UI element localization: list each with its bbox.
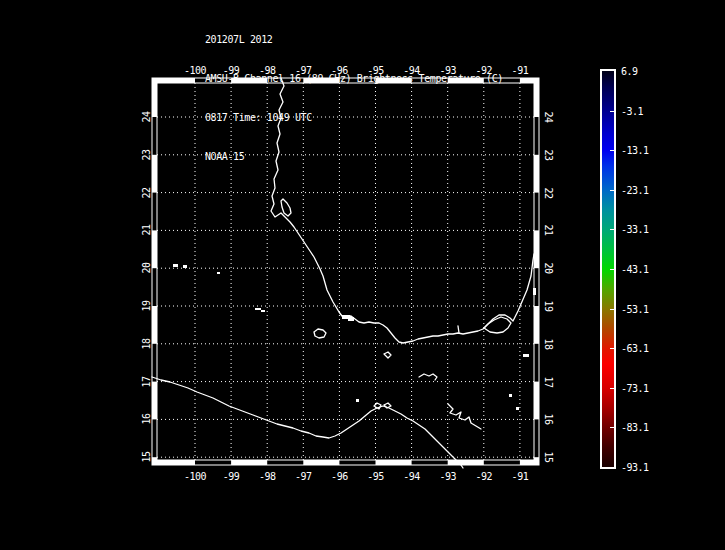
colorbar-label: -23.1: [621, 184, 649, 195]
colorbar-tick: [610, 427, 614, 428]
coastline: [271, 78, 534, 343]
lon-label-bottom: -94: [403, 471, 420, 482]
frame-segment-left: [152, 382, 157, 420]
lake-spot: [509, 394, 512, 397]
lon-label-top: -94: [403, 65, 420, 76]
colorbar-label: -93.1: [621, 462, 649, 473]
frame-segment-bottom: [303, 460, 339, 465]
lon-label-top: -98: [259, 65, 276, 76]
frame-segment-top: [448, 78, 484, 83]
lake-spot: [255, 308, 261, 310]
lon-label-top: -99: [223, 65, 240, 76]
colorbar-tick: [610, 309, 614, 310]
frame-segment-right: [534, 382, 539, 420]
coastline: [419, 374, 437, 380]
colorbar-label: -33.1: [621, 224, 649, 235]
colorbar-tick: [610, 111, 614, 112]
lake-spot: [173, 264, 178, 267]
coastline: [281, 199, 291, 216]
lake-spot: [261, 310, 265, 312]
frame-segment-bottom: [152, 460, 195, 465]
lon-label-bottom: -95: [367, 471, 384, 482]
frame-segment-bottom: [231, 460, 267, 465]
lat-label-left: 16: [141, 414, 152, 425]
lat-label-right: 24: [543, 111, 554, 122]
lon-label-bottom: -97: [295, 471, 312, 482]
frame-segment-right: [534, 306, 539, 344]
lat-label-left: 20: [141, 263, 152, 274]
colorbar-tick: [610, 229, 614, 230]
colorbar-label: -63.1: [621, 343, 649, 354]
coastline: [314, 329, 326, 338]
lake-spot: [523, 354, 529, 357]
colorbar-tick: [610, 388, 614, 389]
colorbar-tick: [610, 190, 614, 191]
frame-segment-top: [376, 78, 412, 83]
lon-label-top: -100: [184, 65, 206, 76]
lon-label-top: -97: [295, 65, 312, 76]
lake-spot: [356, 399, 359, 402]
colorbar-tick: [610, 269, 614, 270]
map-frame-outer: [152, 78, 539, 465]
lat-label-right: 22: [543, 187, 554, 198]
lon-label-top: -93: [439, 65, 456, 76]
lat-label-left: 17: [141, 376, 152, 387]
coastline: [484, 317, 511, 333]
colorbar-label: -73.1: [621, 382, 649, 393]
map-plot: [0, 0, 725, 550]
lake-spot: [348, 317, 354, 321]
frame-segment-left: [152, 457, 157, 465]
frame-segment-left: [152, 78, 157, 117]
lat-label-left: 21: [141, 225, 152, 236]
colorbar-label: -43.1: [621, 264, 649, 275]
coastline: [384, 352, 391, 358]
lon-label-bottom: -98: [259, 471, 276, 482]
lon-label-top: -96: [331, 65, 348, 76]
lat-label-right: 19: [543, 300, 554, 311]
map-frame-inner: [157, 83, 534, 460]
colorbar-label: -53.1: [621, 303, 649, 314]
frame-segment-left: [152, 230, 157, 268]
frame-segment-right: [534, 457, 539, 465]
lake-spot: [183, 265, 187, 268]
frame-segment-right: [534, 230, 539, 268]
lake-spot: [217, 272, 220, 274]
lon-label-top: -91: [512, 65, 529, 76]
lon-label-bottom: -93: [439, 471, 456, 482]
colorbar-label: 6.9: [621, 66, 638, 77]
lon-label-top: -95: [367, 65, 384, 76]
lat-label-right: 18: [543, 338, 554, 349]
lat-label-left: 19: [141, 300, 152, 311]
coastline: [458, 326, 459, 333]
lat-label-left: 23: [141, 149, 152, 160]
lon-label-bottom: -96: [331, 471, 348, 482]
coastline: [448, 404, 481, 429]
lat-label-right: 17: [543, 376, 554, 387]
lake-spot: [516, 407, 519, 410]
lake-spot: [533, 288, 536, 295]
lat-label-right: 15: [543, 452, 554, 463]
lat-label-right: 21: [543, 225, 554, 236]
lon-label-bottom: -99: [223, 471, 240, 482]
frame-segment-right: [534, 155, 539, 193]
frame-segment-top: [152, 78, 195, 83]
coastline: [152, 377, 463, 468]
lon-label-top: -92: [476, 65, 493, 76]
lon-label-bottom: -100: [184, 471, 206, 482]
lon-label-bottom: -91: [512, 471, 529, 482]
colorbar-tick: [610, 150, 614, 151]
frame-segment-bottom: [448, 460, 484, 465]
colorbar-tick: [610, 348, 614, 349]
lat-label-right: 23: [543, 149, 554, 160]
lon-label-bottom: -92: [476, 471, 493, 482]
temperature-colorbar: [600, 69, 616, 469]
colorbar-label: -83.1: [621, 422, 649, 433]
frame-segment-left: [152, 306, 157, 344]
colorbar-label: -13.1: [621, 145, 649, 156]
frame-segment-left: [152, 155, 157, 193]
lat-label-left: 24: [141, 111, 152, 122]
lat-label-right: 20: [543, 263, 554, 274]
colorbar-label: -3.1: [621, 105, 643, 116]
frame-segment-top: [303, 78, 339, 83]
frame-segment-top: [231, 78, 267, 83]
